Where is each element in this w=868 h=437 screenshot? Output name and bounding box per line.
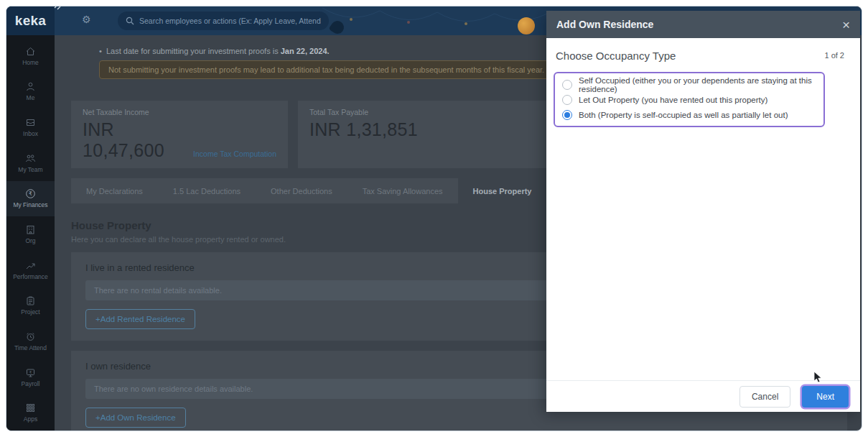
modal-title: Add Own Residence bbox=[556, 19, 653, 30]
add-own-residence-modal: Add Own Residence × Choose Occupancy Typ… bbox=[546, 11, 860, 412]
user-icon bbox=[25, 81, 36, 92]
avatar[interactable] bbox=[518, 17, 535, 34]
clipboard-icon bbox=[25, 295, 36, 306]
home-icon bbox=[25, 46, 36, 57]
modal-footer: Cancel Next bbox=[546, 380, 860, 412]
keka-logo[interactable]: keka bbox=[6, 6, 55, 35]
tab-other-deductions[interactable]: Other Deductions bbox=[256, 178, 347, 203]
org-building-icon bbox=[25, 224, 36, 235]
sidebar-item-project[interactable]: Project bbox=[6, 288, 55, 323]
search-input[interactable] bbox=[139, 17, 321, 25]
keka-logo-sparks-icon bbox=[54, 6, 62, 10]
mouse-cursor-icon bbox=[813, 371, 823, 384]
net-taxable-income-card: Net Taxable Income INR 10,47,600 Income … bbox=[71, 101, 288, 168]
occupancy-option-group: Self Occupied (either you or your depend… bbox=[554, 72, 825, 127]
next-button[interactable]: Next bbox=[802, 386, 849, 408]
modal-header: Add Own Residence × bbox=[546, 11, 860, 38]
payroll-monitor-icon: ₹ bbox=[25, 367, 36, 378]
occupancy-question: Choose Occupancy Type bbox=[556, 50, 676, 62]
svg-text:₹: ₹ bbox=[29, 369, 32, 374]
radio-self-occupied[interactable]: Self Occupied (either you or your depend… bbox=[562, 77, 816, 92]
tab-15-lac-deductions[interactable]: 1.5 Lac Deductions bbox=[158, 178, 256, 203]
app-window: keka ⚙ Home Me bbox=[6, 6, 862, 431]
sidebar-item-my-finances[interactable]: ₹ My Finances bbox=[6, 181, 55, 217]
svg-text:₹: ₹ bbox=[29, 191, 32, 198]
tab-house-property[interactable]: House Property bbox=[458, 178, 547, 203]
close-icon[interactable]: × bbox=[842, 18, 850, 32]
tab-my-declarations[interactable]: My Declarations bbox=[71, 178, 158, 203]
sidebar-item-org[interactable]: Org bbox=[6, 216, 55, 252]
performance-chart-icon bbox=[25, 260, 36, 271]
tab-tax-saving-allowances[interactable]: Tax Saving Allowances bbox=[347, 178, 458, 203]
sidebar-item-home[interactable]: Home bbox=[6, 38, 55, 74]
sidebar-item-apps[interactable]: Apps bbox=[6, 395, 55, 431]
radio-circle-selected-icon[interactable] bbox=[562, 110, 572, 120]
radio-let-out-property[interactable]: Let Out Property (you have rented out th… bbox=[562, 92, 816, 107]
radio-both[interactable]: Both (Property is self-occupied as well … bbox=[562, 107, 816, 122]
sidebar-item-my-team[interactable]: My Team bbox=[6, 145, 55, 181]
income-tax-computation-link[interactable]: Income Tax Computation bbox=[193, 150, 276, 161]
apps-grid-icon bbox=[25, 402, 36, 413]
cancel-button[interactable]: Cancel bbox=[739, 386, 790, 408]
search-icon bbox=[126, 17, 134, 25]
inbox-icon bbox=[25, 117, 36, 128]
alarm-clock-icon bbox=[25, 331, 36, 342]
sidebar-item-payroll[interactable]: ₹ Payroll bbox=[6, 359, 55, 395]
step-indicator: 1 of 2 bbox=[824, 50, 844, 60]
sidebar: Home Me Inbox My Team ₹ My Finances bbox=[6, 35, 55, 431]
keka-logo-text: keka bbox=[15, 13, 46, 29]
gear-icon[interactable]: ⚙ bbox=[82, 14, 91, 24]
rupee-finance-icon: ₹ bbox=[25, 188, 36, 199]
net-taxable-income-value: INR 10,47,600 bbox=[83, 119, 193, 161]
radio-circle-icon[interactable] bbox=[562, 80, 572, 90]
radio-circle-icon[interactable] bbox=[562, 95, 572, 105]
add-rented-residence-button[interactable]: +Add Rented Residence bbox=[85, 309, 195, 329]
team-icon bbox=[25, 153, 36, 164]
modal-body: Choose Occupancy Type 1 of 2 Self Occupi… bbox=[546, 38, 860, 380]
sidebar-item-time-attend[interactable]: Time Attend bbox=[6, 323, 55, 359]
garland-decoration bbox=[322, 6, 552, 35]
sidebar-item-performance[interactable]: Performance bbox=[6, 252, 55, 288]
sidebar-item-inbox[interactable]: Inbox bbox=[6, 109, 55, 145]
global-search[interactable] bbox=[118, 12, 329, 30]
net-taxable-income-label: Net Taxable Income bbox=[83, 108, 193, 116]
add-own-residence-button[interactable]: +Add Own Residence bbox=[85, 408, 186, 428]
sidebar-item-me[interactable]: Me bbox=[6, 74, 55, 110]
